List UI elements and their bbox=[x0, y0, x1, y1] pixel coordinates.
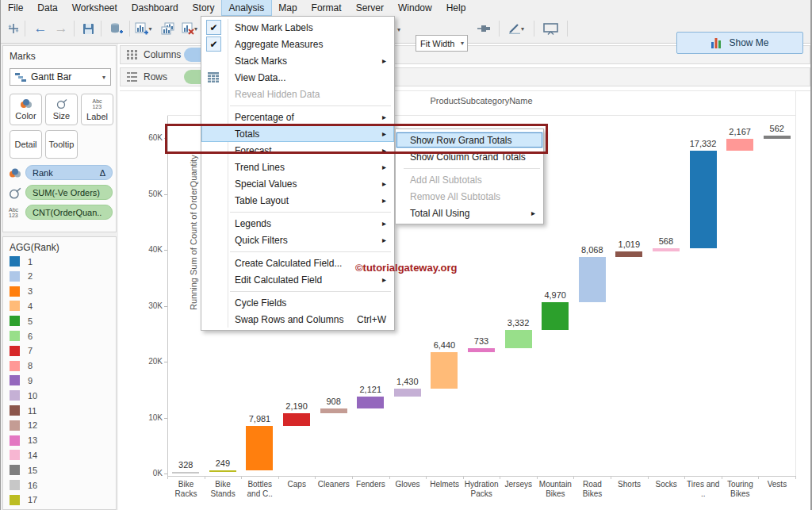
menubar: FileDataWorksheetDashboardStoryAnalysisM… bbox=[1, 0, 810, 15]
bar-bike-stands[interactable] bbox=[209, 470, 236, 472]
category-label-bike-stands[interactable]: Bike Stands bbox=[205, 480, 241, 499]
menu-item-label: Cycle Fields bbox=[235, 297, 286, 309]
category-label-tires-and[interactable]: Tires and .. bbox=[685, 480, 722, 499]
menu-item-trend-lines[interactable]: Trend Lines▸ bbox=[201, 159, 394, 175]
new-worksheet-icon bbox=[135, 22, 148, 35]
category-tick bbox=[463, 476, 464, 479]
menu-item-stack-marks[interactable]: Stack Marks▸ bbox=[201, 52, 394, 69]
menubar-item-format[interactable]: Format bbox=[304, 0, 349, 15]
bar-cleaners[interactable] bbox=[320, 408, 347, 413]
menu-item-legends[interactable]: Legends▸ bbox=[201, 215, 394, 232]
toolbar: ← → ▾ ▾ ▾ Fit Width ▾ bbox=[1, 15, 810, 44]
bar-touring-bikes[interactable] bbox=[726, 139, 753, 151]
new-worksheet-button[interactable]: ▾ bbox=[134, 18, 153, 39]
show-me-icon bbox=[710, 37, 723, 48]
menu-item-swap-rows-and-columns[interactable]: Swap Rows and ColumnsCtrl+W bbox=[201, 311, 394, 328]
clear-sheet-button[interactable]: ▾ bbox=[180, 18, 199, 39]
category-label-road-bikes[interactable]: Road Bikes bbox=[574, 480, 611, 499]
highlight-button[interactable]: ▾ bbox=[505, 18, 527, 39]
menu-item-label: Forecast bbox=[235, 145, 272, 156]
bar-road-bikes[interactable] bbox=[579, 257, 606, 302]
bar-socks[interactable] bbox=[653, 248, 680, 251]
menu-item-forecast[interactable]: Forecast▸ bbox=[201, 142, 394, 159]
bar-bike-racks[interactable] bbox=[172, 472, 199, 474]
menu-item-cycle-fields[interactable]: Cycle Fields bbox=[201, 294, 394, 311]
bar-mountain-bikes[interactable] bbox=[542, 302, 569, 330]
category-label-jerseys[interactable]: Jerseys bbox=[500, 480, 537, 489]
menu-item-totals[interactable]: Totals▸ bbox=[201, 125, 394, 142]
menu-item-right: ▸ bbox=[382, 163, 386, 171]
menubar-item-file[interactable]: File bbox=[1, 0, 30, 15]
bar-fenders[interactable] bbox=[357, 397, 384, 408]
submenu-arrow-icon: ▸ bbox=[382, 56, 386, 65]
menu-item-right: ▸ bbox=[531, 209, 535, 217]
y-tick-mark bbox=[164, 138, 167, 139]
waterfall-chart: ProductSubcategoryName Running Sum of Co… bbox=[1, 0, 812, 510]
menubar-item-data[interactable]: Data bbox=[30, 0, 64, 15]
menu-item-quick-filters[interactable]: Quick Filters▸ bbox=[201, 232, 394, 248]
y-tick-label-10K: 10K bbox=[136, 413, 163, 422]
menubar-item-worksheet[interactable]: Worksheet bbox=[65, 0, 124, 15]
category-label-helmets[interactable]: Helmets bbox=[427, 480, 463, 489]
add-data-source-button[interactable] bbox=[105, 18, 126, 39]
menubar-item-server[interactable]: Server bbox=[349, 0, 391, 15]
menubar-item-help[interactable]: Help bbox=[439, 0, 473, 15]
bar-gloves[interactable] bbox=[394, 389, 421, 397]
duplicate-sheet-button[interactable] bbox=[159, 18, 177, 39]
bar-bottles-and-c[interactable] bbox=[246, 426, 273, 470]
category-label-bike-racks[interactable]: Bike Racks bbox=[168, 480, 205, 499]
menu-item-special-values[interactable]: Special Values▸ bbox=[201, 175, 394, 192]
bar-jerseys[interactable] bbox=[505, 330, 532, 348]
toolbar-separator bbox=[101, 21, 102, 36]
menu-item-table-layout[interactable]: Table Layout▸ bbox=[201, 192, 394, 209]
menu-item-right: ▸ bbox=[382, 275, 386, 284]
watermark: ©tutorialgateway.org bbox=[355, 262, 458, 274]
category-label-gloves[interactable]: Gloves bbox=[389, 480, 426, 489]
menu-item-percentage-of[interactable]: Percentage of▸ bbox=[201, 109, 394, 125]
category-tick bbox=[795, 476, 796, 479]
menu-item-show-column-grand-totals[interactable]: Show Column Grand Totals bbox=[396, 148, 543, 165]
redo-button[interactable]: → bbox=[52, 18, 71, 39]
menu-item-total-all-using[interactable]: Total All Using▸ bbox=[396, 205, 543, 221]
fit-selector[interactable]: Fit Width ▾ bbox=[416, 35, 468, 52]
category-label-mountain-bikes[interactable]: Mountain Bikes bbox=[537, 480, 573, 499]
menubar-item-analysis[interactable]: Analysis bbox=[222, 0, 272, 15]
category-label-hydration-packs[interactable]: Hydration Packs bbox=[463, 480, 500, 499]
submenu-arrow-icon: ▸ bbox=[382, 113, 386, 121]
category-label-shorts[interactable]: Shorts bbox=[611, 480, 648, 489]
menu-item-edit-calculated-field[interactable]: Edit Calculated Field▸ bbox=[201, 271, 394, 288]
category-label-caps[interactable]: Caps bbox=[278, 480, 315, 489]
show-me-button[interactable]: Show Me bbox=[676, 32, 803, 54]
bar-tires-and[interactable] bbox=[690, 151, 717, 247]
menu-item-label: Show Column Grand Totals bbox=[410, 151, 526, 163]
menu-item-label: Remove All Subtotals bbox=[410, 191, 500, 202]
fix-axes-button[interactable] bbox=[475, 18, 494, 39]
bar-vests[interactable] bbox=[764, 136, 791, 139]
bar-helmets[interactable] bbox=[431, 352, 458, 388]
menu-shortcut: Ctrl+W bbox=[357, 314, 386, 325]
menubar-item-dashboard[interactable]: Dashboard bbox=[124, 0, 186, 15]
y-tick-mark bbox=[164, 194, 167, 195]
bar-shorts[interactable] bbox=[615, 251, 642, 257]
category-label-socks[interactable]: Socks bbox=[648, 480, 684, 489]
category-label-cleaners[interactable]: Cleaners bbox=[316, 480, 352, 489]
undo-button[interactable]: ← bbox=[31, 18, 50, 39]
submenu-arrow-icon: ▸ bbox=[382, 275, 386, 284]
save-button[interactable] bbox=[79, 18, 98, 39]
menubar-item-map[interactable]: Map bbox=[271, 0, 304, 15]
menu-item-show-row-grand-totals[interactable]: Show Row Grand Totals bbox=[396, 132, 543, 148]
presentation-mode-button[interactable] bbox=[540, 18, 561, 39]
category-label-vests[interactable]: Vests bbox=[759, 480, 795, 489]
menubar-item-window[interactable]: Window bbox=[391, 0, 439, 15]
bar-hydration-packs[interactable] bbox=[468, 348, 495, 352]
menu-item-aggregate-measures[interactable]: ✔Aggregate Measures bbox=[201, 36, 394, 52]
category-label-touring-bikes[interactable]: Touring Bikes bbox=[722, 480, 758, 499]
menu-item-view-data[interactable]: View Data... bbox=[201, 69, 394, 86]
bar-caps[interactable] bbox=[283, 413, 310, 425]
menubar-item-story[interactable]: Story bbox=[186, 0, 222, 15]
toolbar-separator bbox=[74, 21, 75, 36]
category-label-fenders[interactable]: Fenders bbox=[352, 480, 389, 489]
menu-item-show-mark-labels[interactable]: ✔Show Mark Labels bbox=[201, 19, 394, 36]
category-tick bbox=[241, 476, 242, 479]
category-label-bottles-and-c[interactable]: Bottles and C.. bbox=[242, 480, 278, 499]
